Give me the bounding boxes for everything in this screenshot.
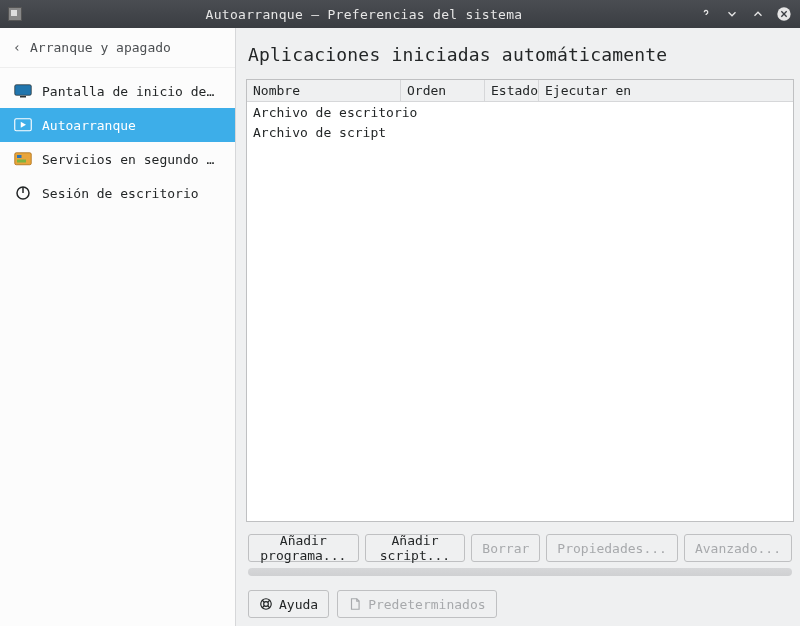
document-icon bbox=[348, 597, 362, 611]
help-button[interactable]: Ayuda bbox=[248, 590, 329, 618]
sidebar-item-label: Pantalla de inicio de s… bbox=[42, 84, 221, 99]
main-panel: Aplicaciones iniciadas automáticamente N… bbox=[236, 28, 800, 626]
row-name: Archivo de escritorio bbox=[247, 105, 793, 120]
chevron-left-icon bbox=[12, 43, 22, 53]
svg-rect-6 bbox=[17, 155, 22, 158]
titlebar: Autoarranque — Preferencias del sistema bbox=[0, 0, 800, 28]
sidebar-item-background-services[interactable]: Servicios en segundo pl… bbox=[0, 142, 235, 176]
column-header-status[interactable]: Estado bbox=[485, 80, 539, 101]
page-title: Aplicaciones iniciadas automáticamente bbox=[246, 40, 794, 79]
lifebuoy-icon bbox=[259, 597, 273, 611]
properties-button: Propiedades... bbox=[546, 534, 678, 562]
column-header-run-on[interactable]: Ejecutar en bbox=[539, 80, 793, 101]
power-icon bbox=[14, 186, 32, 200]
back-label: Arranque y apagado bbox=[30, 40, 171, 55]
help-label: Ayuda bbox=[279, 597, 318, 612]
row-name: Archivo de script bbox=[247, 125, 793, 140]
horizontal-scrollbar[interactable] bbox=[248, 568, 792, 576]
monitor-icon bbox=[14, 84, 32, 98]
svg-marker-4 bbox=[21, 122, 26, 128]
svg-line-15 bbox=[268, 606, 270, 608]
sidebar-item-splash-screen[interactable]: Pantalla de inicio de s… bbox=[0, 74, 235, 108]
sidebar: Arranque y apagado Pantalla de inicio de… bbox=[0, 28, 236, 626]
svg-rect-2 bbox=[20, 96, 26, 98]
add-program-button[interactable]: Añadir programa... bbox=[248, 534, 359, 562]
footer-button-row: Ayuda Predeterminados bbox=[246, 576, 794, 618]
svg-rect-1 bbox=[15, 85, 32, 96]
help-button-icon[interactable] bbox=[698, 6, 714, 22]
column-header-name[interactable]: Nombre bbox=[247, 80, 401, 101]
window-title: Autoarranque — Preferencias del sistema bbox=[30, 7, 698, 22]
advanced-button: Avanzado... bbox=[684, 534, 792, 562]
close-button-icon[interactable] bbox=[776, 6, 792, 22]
column-header-order[interactable]: Orden bbox=[401, 80, 485, 101]
window-app-icon bbox=[8, 7, 22, 21]
table-row[interactable]: Archivo de script bbox=[247, 122, 793, 142]
add-script-button[interactable]: Añadir script... bbox=[365, 534, 466, 562]
sidebar-item-autostart[interactable]: Autoarranque bbox=[0, 108, 235, 142]
window-buttons bbox=[698, 6, 792, 22]
table-row[interactable]: Archivo de escritorio bbox=[247, 102, 793, 122]
autostart-table: Nombre Orden Estado Ejecutar en Archivo … bbox=[246, 79, 794, 522]
sidebar-nav: Pantalla de inicio de s… Autoarranque Se… bbox=[0, 68, 235, 210]
maximize-button-icon[interactable] bbox=[750, 6, 766, 22]
sidebar-item-label: Servicios en segundo pl… bbox=[42, 152, 221, 167]
services-icon bbox=[14, 152, 32, 166]
svg-line-12 bbox=[262, 600, 264, 602]
svg-point-11 bbox=[264, 602, 269, 607]
svg-line-13 bbox=[268, 600, 270, 602]
table-header: Nombre Orden Estado Ejecutar en bbox=[247, 80, 793, 102]
svg-rect-7 bbox=[17, 160, 26, 163]
defaults-button: Predeterminados bbox=[337, 590, 496, 618]
back-button[interactable]: Arranque y apagado bbox=[0, 28, 235, 68]
action-button-row: Añadir programa... Añadir script... Borr… bbox=[246, 522, 794, 562]
sidebar-item-desktop-session[interactable]: Sesión de escritorio bbox=[0, 176, 235, 210]
minimize-button-icon[interactable] bbox=[724, 6, 740, 22]
defaults-label: Predeterminados bbox=[368, 597, 485, 612]
svg-rect-5 bbox=[15, 153, 32, 165]
svg-line-14 bbox=[262, 606, 264, 608]
sidebar-item-label: Autoarranque bbox=[42, 118, 136, 133]
play-box-icon bbox=[14, 118, 32, 132]
remove-button: Borrar bbox=[471, 534, 540, 562]
sidebar-item-label: Sesión de escritorio bbox=[42, 186, 199, 201]
